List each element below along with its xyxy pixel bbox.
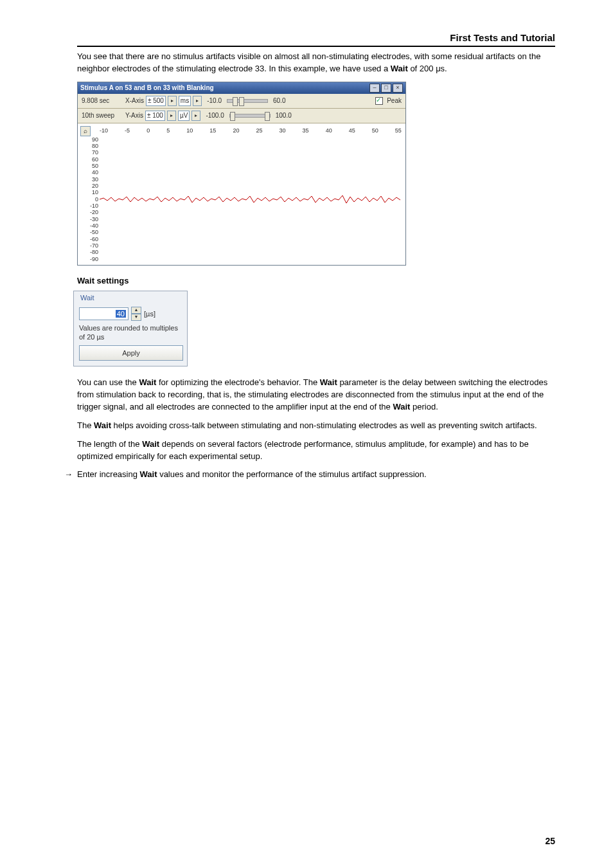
t: Wait xyxy=(320,377,337,387)
ytick: -20 xyxy=(83,209,98,215)
minimize-icon[interactable]: – xyxy=(369,84,380,93)
xaxis-value-field[interactable]: ± 500 xyxy=(146,96,166,106)
xslider-right-value: 60.0 xyxy=(273,97,285,104)
ytick: 30 xyxy=(83,176,98,183)
t: Wait xyxy=(94,420,111,430)
ytick: -50 xyxy=(83,229,98,235)
ytick: -40 xyxy=(83,222,98,229)
window-title: Stimulus A on 53 and B on 33 with Blanki… xyxy=(80,84,368,91)
body-p2: You can use the Wait for optimizing the … xyxy=(77,377,555,413)
peak-label: Peak xyxy=(387,97,402,104)
xtick: 10 xyxy=(186,127,193,136)
xtick: 40 xyxy=(326,127,332,136)
apply-button[interactable]: Apply xyxy=(79,345,183,361)
screenshot-window: Stimulus A on 53 and B on 33 with Blanki… xyxy=(77,82,406,266)
yaxis-unit-stepper-icon[interactable]: ▸ xyxy=(191,111,200,121)
page-header: First Tests and Tutorial xyxy=(77,32,555,43)
spinner-up-icon[interactable]: ▲ xyxy=(131,307,141,314)
ytick: 50 xyxy=(83,163,98,169)
xaxis-label: X-Axis xyxy=(125,97,144,104)
wait-settings-panel: Wait 40 ▲▼ [µs] Values are rounded to mu… xyxy=(73,291,188,367)
page-number: 25 xyxy=(545,836,555,846)
peak-checkbox[interactable]: ✓ xyxy=(375,97,383,105)
ytick: 60 xyxy=(83,156,98,163)
xtick: 25 xyxy=(256,127,262,136)
wait-settings-heading: Wait settings xyxy=(77,276,555,285)
ytick: 80 xyxy=(83,143,98,149)
t: You can use the xyxy=(77,377,139,387)
ytick: 0 xyxy=(83,196,98,203)
wait-legend: Wait xyxy=(80,294,182,302)
xaxis-unit-field[interactable]: ms xyxy=(179,96,191,106)
ytick: -10 xyxy=(83,203,98,209)
waveform-trace xyxy=(100,136,402,262)
spinner-down-icon[interactable]: ▼ xyxy=(131,314,141,321)
xtick: 35 xyxy=(303,127,309,136)
yslider-left-value: -100.0 xyxy=(206,112,224,119)
xtick: 55 xyxy=(395,127,402,136)
t: period. xyxy=(410,402,438,411)
body-p4: The length of the Wait depends on severa… xyxy=(77,439,555,463)
ytick: -30 xyxy=(83,216,98,222)
ytick: 90 xyxy=(83,136,98,143)
t: Enter increasing xyxy=(77,469,140,479)
t: values and monitor the performance of th… xyxy=(157,469,427,479)
window-titlebar: Stimulus A on 53 and B on 33 with Blanki… xyxy=(78,82,405,94)
xtick: -10 xyxy=(100,127,108,136)
xtick: 15 xyxy=(209,127,216,136)
xtick: 45 xyxy=(349,127,355,136)
xtick: 50 xyxy=(372,127,378,136)
intro-text-a: You see that there are no stimulus artif… xyxy=(77,51,540,73)
wait-value-input[interactable]: 40 xyxy=(79,307,129,320)
t: Wait xyxy=(140,469,157,479)
xaxis-unit-stepper-icon[interactable]: ▸ xyxy=(193,96,202,106)
ytick: -80 xyxy=(83,249,98,255)
xtick: 0 xyxy=(147,127,150,136)
plot-xaxis-ticks: -10 -5 0 5 10 15 20 25 30 35 40 45 50 55 xyxy=(100,127,402,136)
xslider-left-value: -10.0 xyxy=(207,97,222,104)
xaxis-range-slider[interactable] xyxy=(227,99,268,103)
body-p3: The Wait helps avoiding cross-talk betwe… xyxy=(77,420,555,432)
xtick: 5 xyxy=(166,127,170,136)
intro-text-c: of 200 μs. xyxy=(408,64,447,73)
zoom-icon[interactable]: ⌕ xyxy=(80,126,91,136)
xtick: 30 xyxy=(280,127,286,136)
wait-note: Values are rounded to multiples of 20 µs xyxy=(79,323,182,342)
wait-spinner[interactable]: ▲▼ xyxy=(131,307,141,321)
maximize-icon[interactable]: □ xyxy=(381,84,391,93)
xaxis-stepper-icon[interactable]: ▸ xyxy=(168,96,177,106)
xtick: 20 xyxy=(233,127,239,136)
toolbar-row-1: 9.808 sec X-Axis ± 500 ▸ ms ▸ -10.0 60.0… xyxy=(78,94,405,109)
t: for optimizing the electrode's behavior.… xyxy=(156,377,319,387)
ytick: 20 xyxy=(83,183,98,189)
t: The xyxy=(77,420,94,430)
header-rule xyxy=(77,46,555,47)
arrow-icon: → xyxy=(64,469,77,481)
instruction-bullet: → Enter increasing Wait values and monit… xyxy=(64,469,555,481)
yaxis-unit-field[interactable]: µV xyxy=(178,111,190,121)
ytick: -90 xyxy=(83,256,98,262)
xtick: -5 xyxy=(125,127,130,136)
ytick: -60 xyxy=(83,236,98,242)
t: The length of the xyxy=(77,439,142,449)
t: Wait xyxy=(142,439,159,449)
yaxis-label: Y-Axis xyxy=(125,112,143,119)
yaxis-value-field[interactable]: ± 100 xyxy=(145,111,165,121)
ytick: -70 xyxy=(83,242,98,249)
close-icon[interactable]: × xyxy=(393,84,403,93)
intro-wait-word: Wait xyxy=(391,64,408,73)
t: Wait xyxy=(139,377,156,387)
ytick: 70 xyxy=(83,149,98,156)
t: helps avoiding cross-talk between stimul… xyxy=(111,420,537,430)
sweep-readout: 10th sweep xyxy=(82,112,120,119)
time-readout: 9.808 sec xyxy=(82,97,120,104)
plot-yaxis-ticks: 90 80 70 60 50 40 30 20 10 0 -10 -20 -30… xyxy=(83,136,98,262)
wait-unit-label: [µs] xyxy=(144,310,155,318)
yslider-right-value: 100.0 xyxy=(276,112,292,119)
yaxis-stepper-icon[interactable]: ▸ xyxy=(167,111,176,121)
toolbar-row-2: 10th sweep Y-Axis ± 100 ▸ µV ▸ -100.0 10… xyxy=(78,109,405,123)
yaxis-range-slider[interactable] xyxy=(229,114,271,118)
ytick: 40 xyxy=(83,169,98,176)
plot-area: ⌕ -10 -5 0 5 10 15 20 25 30 35 40 45 50 … xyxy=(78,123,405,265)
t: Wait xyxy=(393,402,410,411)
